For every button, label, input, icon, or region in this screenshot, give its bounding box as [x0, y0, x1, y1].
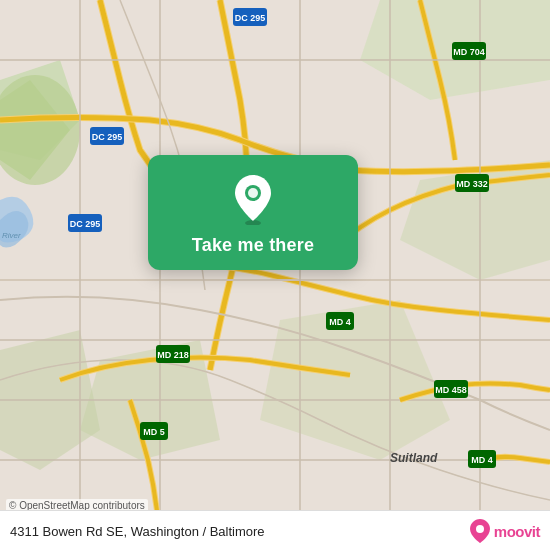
svg-text:DC 295: DC 295 [70, 219, 101, 229]
moovit-brand-text: moovit [494, 523, 540, 540]
svg-text:MD 218: MD 218 [157, 350, 189, 360]
svg-text:DC 295: DC 295 [92, 132, 123, 142]
svg-point-43 [248, 188, 258, 198]
bottom-bar: 4311 Bowen Rd SE, Washington / Baltimore… [0, 510, 550, 550]
map-svg: River [0, 0, 550, 550]
svg-text:MD 4: MD 4 [471, 455, 493, 465]
svg-text:MD 332: MD 332 [456, 179, 488, 189]
svg-text:MD 704: MD 704 [453, 47, 485, 57]
address-text: 4311 Bowen Rd SE, Washington / Baltimore [10, 524, 265, 539]
svg-text:MD 5: MD 5 [143, 427, 165, 437]
popup-card: Take me there [148, 155, 358, 270]
svg-text:DC 295: DC 295 [235, 13, 266, 23]
svg-text:MD 458: MD 458 [435, 385, 467, 395]
svg-text:Suitland: Suitland [390, 451, 438, 465]
moovit-pin-icon [469, 518, 491, 544]
take-me-there-button[interactable]: Take me there [192, 235, 314, 256]
svg-text:MD 4: MD 4 [329, 317, 351, 327]
svg-text:River: River [2, 231, 21, 240]
location-pin-icon [231, 173, 275, 225]
map-container: River [0, 0, 550, 550]
svg-point-44 [476, 525, 484, 533]
moovit-logo: moovit [469, 518, 540, 544]
